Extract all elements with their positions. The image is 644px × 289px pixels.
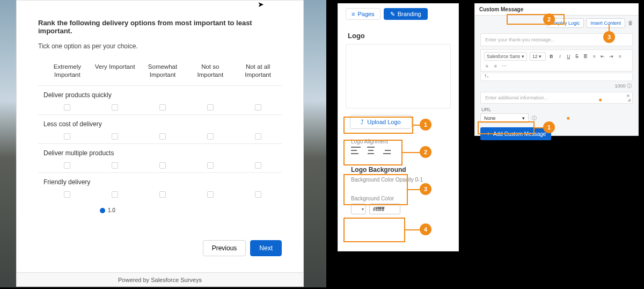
rank-row: Less cost of delivery: [38, 114, 282, 143]
msg-callout-1: 1: [543, 121, 555, 133]
marker-icon: ■: [599, 97, 602, 103]
align-left-icon[interactable]: ≡: [617, 54, 623, 59]
msg-callout-3: 3: [603, 31, 615, 43]
additional-placeholder: Enter additional information...: [485, 95, 548, 100]
indent-icon[interactable]: ⇥: [609, 54, 614, 59]
checkbox[interactable]: [112, 162, 118, 169]
color-swatch-dropdown[interactable]: ▾: [351, 204, 366, 214]
checkbox[interactable]: [255, 133, 261, 140]
checkbox[interactable]: [112, 191, 118, 198]
font-family-dropdown[interactable]: Salesforce Sans▾: [484, 52, 527, 61]
next-button[interactable]: Next: [250, 240, 282, 256]
row-label: Deliver multiple products: [43, 149, 282, 157]
survey-question: Rank the following delivery options from…: [38, 19, 282, 35]
callout-4: 4: [420, 223, 431, 235]
rte-toolbar-secondary: Tₓ: [480, 74, 633, 81]
callout-3: 3: [420, 183, 431, 195]
checkbox[interactable]: [207, 104, 214, 111]
msg-callout-2: 2: [543, 13, 555, 25]
checkbox[interactable]: [207, 191, 214, 198]
checkbox[interactable]: [159, 104, 166, 111]
tab-pages-label: Pages: [357, 11, 374, 17]
strike-icon[interactable]: S̶: [574, 54, 580, 59]
callout-2: 2: [420, 146, 431, 158]
more-icon[interactable]: ⋯: [501, 63, 507, 69]
callout-box-2: [343, 140, 402, 165]
opacity-readout: 1.0: [100, 207, 115, 213]
bold-icon[interactable]: B: [548, 54, 554, 59]
logo-preview: [346, 44, 451, 109]
list-ol-icon[interactable]: ≡: [591, 54, 597, 59]
checkbox[interactable]: [207, 162, 214, 169]
insert-content-button[interactable]: Insert Content: [586, 18, 625, 28]
checkbox[interactable]: [112, 104, 118, 111]
checkbox[interactable]: [159, 162, 166, 169]
tab-branding[interactable]: ✎ Branding: [384, 8, 428, 20]
checkbox[interactable]: [255, 191, 261, 198]
tab-pages[interactable]: ≡ Pages: [346, 8, 380, 20]
hex-input[interactable]: [369, 204, 400, 214]
rank-grid: Extremely Important Very Important Somew…: [38, 63, 282, 201]
tab-branding-label: Branding: [398, 11, 421, 17]
url-value: None: [484, 115, 496, 121]
checkbox[interactable]: [112, 133, 118, 140]
callout-box-4: [343, 218, 405, 242]
row-label: Less cost of delivery: [43, 120, 282, 128]
survey-instruction: Tick one option as per your choice.: [38, 42, 282, 50]
trash-icon[interactable]: 🗑: [627, 20, 634, 26]
list-ul-icon[interactable]: ≣: [583, 54, 589, 59]
list-icon: ≡: [352, 11, 355, 17]
logo-heading: Logo: [348, 32, 451, 40]
rank-row: Friendly delivery: [38, 172, 282, 201]
callout-box-msg-top: [507, 14, 565, 25]
checkbox[interactable]: [64, 133, 70, 140]
opacity-value: 1.0: [108, 207, 115, 213]
callout-1: 1: [420, 119, 431, 131]
callout-line: [402, 152, 420, 153]
additional-info-input[interactable]: Enter additional information... ✕ ◢ ■: [480, 92, 633, 104]
rank-row: Deliver products quickly: [38, 85, 282, 114]
char-counter: 1000 ⓘ: [475, 83, 632, 90]
scale-2: Somewhat Important: [139, 63, 187, 79]
callout-line: [408, 189, 420, 190]
checkbox[interactable]: [64, 162, 70, 169]
scale-0: Extremely Important: [43, 63, 91, 79]
scale-4: Not at all Important: [234, 63, 282, 79]
pencil-icon: ✎: [390, 11, 395, 18]
row-label: Friendly delivery: [43, 178, 282, 186]
logo-background-title: Logo Background: [351, 166, 445, 174]
checkbox[interactable]: [159, 133, 166, 140]
checkbox[interactable]: [207, 133, 214, 140]
callout-box-1: [343, 117, 413, 134]
survey-panel: Rank the following delivery options from…: [16, 0, 304, 273]
checkbox[interactable]: [159, 191, 166, 198]
checkbox[interactable]: [255, 104, 261, 111]
callout-line: [535, 127, 543, 128]
survey-footer: Powered by Salesforce Surveys: [16, 273, 304, 287]
align-center-icon[interactable]: ≡: [484, 63, 490, 69]
align-right-icon[interactable]: ≡: [493, 63, 499, 69]
callout-line: [413, 125, 420, 126]
font-size-dropdown[interactable]: 12▾: [530, 52, 546, 61]
cursor-icon: ➤: [258, 0, 264, 9]
rank-header: Extremely Important Very Important Somew…: [38, 63, 282, 79]
checkbox[interactable]: [64, 191, 70, 198]
marker-icon: ■: [567, 115, 569, 121]
checkbox[interactable]: [64, 104, 70, 111]
slider-handle-icon[interactable]: [100, 208, 105, 213]
rte-toolbar: Salesforce Sans▾ 12▾ B I U S̶ ≣ ≡ ⇤ ⇥ ≡ …: [480, 49, 633, 71]
checkbox[interactable]: [255, 162, 261, 169]
resize-handle-icon[interactable]: ◢: [627, 97, 631, 102]
italic-icon[interactable]: I: [557, 54, 563, 59]
row-label: Deliver products quickly: [43, 91, 282, 99]
callout-box-msg-add: [478, 121, 535, 134]
underline-icon[interactable]: U: [566, 54, 572, 59]
callout-box-3: [343, 174, 408, 205]
callout-line: [405, 229, 420, 230]
outdent-icon[interactable]: ⇤: [600, 54, 606, 59]
url-label: URL: [481, 107, 638, 112]
previous-button[interactable]: Previous: [203, 240, 246, 256]
info-icon[interactable]: ⓘ: [532, 115, 537, 122]
font-family-value: Salesforce Sans: [487, 54, 520, 59]
scale-1: Very Important: [91, 63, 139, 79]
